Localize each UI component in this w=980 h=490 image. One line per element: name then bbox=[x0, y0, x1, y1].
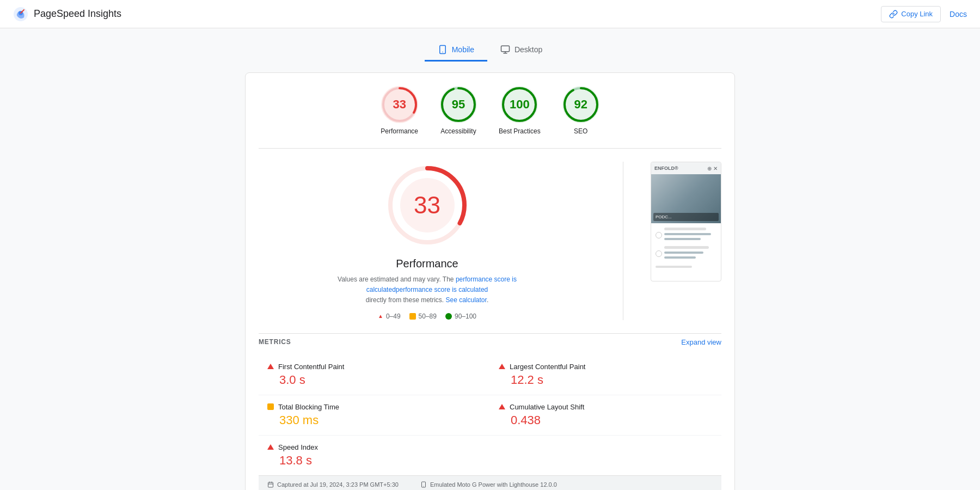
big-score-gauge: 33 bbox=[384, 162, 471, 249]
legend-orange-icon bbox=[409, 313, 416, 320]
legend-orange-range: 50–89 bbox=[419, 313, 437, 320]
screenshot-overlay-text: PODC... bbox=[653, 213, 719, 221]
app-title: PageSpeed Insights bbox=[34, 8, 121, 20]
indicator-red-lcp bbox=[499, 364, 505, 369]
legend-green: 90–100 bbox=[445, 313, 476, 320]
screenshot-line bbox=[664, 256, 696, 259]
indicator-red-cls bbox=[499, 404, 505, 409]
metric-si-value: 13.8 s bbox=[279, 454, 481, 468]
score-circle-performance: 33 bbox=[381, 86, 418, 123]
docs-link[interactable]: Docs bbox=[950, 10, 967, 19]
score-legend: ▲ 0–49 50–89 90–100 bbox=[378, 313, 476, 320]
metric-lcp-name: Largest Contentful Paint bbox=[499, 363, 713, 371]
metric-tbt: Total Blocking Time 330 ms bbox=[259, 395, 490, 436]
screenshot-footer-text bbox=[656, 266, 716, 268]
tab-desktop[interactable]: Desktop bbox=[487, 39, 555, 62]
vertical-divider bbox=[623, 162, 623, 320]
indicator-orange-tbt bbox=[267, 403, 274, 410]
screenshot-line bbox=[664, 228, 706, 230]
screenshot-text-lines1 bbox=[664, 228, 716, 243]
score-label-best-practices: Best Practices bbox=[499, 127, 541, 135]
score-value-seo: 92 bbox=[574, 97, 587, 112]
metric-tbt-value: 330 ms bbox=[279, 413, 481, 427]
enfold-label: ENFOLD® bbox=[654, 166, 705, 171]
screenshot-line bbox=[664, 233, 711, 235]
tab-mobile-label: Mobile bbox=[452, 45, 474, 54]
mobile-icon bbox=[438, 45, 448, 54]
legend-orange: 50–89 bbox=[409, 313, 437, 320]
screenshot-controls: ⊕ ✕ bbox=[707, 166, 718, 171]
metric-fcp-name: First Contentful Paint bbox=[267, 363, 481, 371]
screenshot-section1 bbox=[656, 228, 716, 243]
score-row: 33 Performance 95 Accessibility bbox=[259, 86, 721, 149]
screenshot-line bbox=[664, 238, 701, 240]
performance-description: Values are estimated and may vary. The p… bbox=[335, 274, 520, 306]
screenshot-bar: ENFOLD® ⊕ ✕ bbox=[651, 162, 721, 174]
legend-green-range: 90–100 bbox=[455, 313, 476, 320]
performance-detail: 33 Performance Values are estimated and … bbox=[259, 162, 721, 333]
screenshot-section2 bbox=[656, 246, 716, 261]
score-item-seo[interactable]: 92 SEO bbox=[562, 86, 599, 135]
score-label-accessibility: Accessibility bbox=[440, 127, 476, 135]
pagespeed-logo bbox=[13, 7, 28, 22]
perf-desc-direct: directly from these metrics. bbox=[366, 296, 446, 304]
big-score-value: 33 bbox=[414, 192, 440, 219]
metric-si-label: Speed Index bbox=[278, 443, 318, 451]
score-circle-best-practices: 100 bbox=[501, 86, 538, 123]
screenshot-img-mock: PODC... bbox=[651, 174, 721, 223]
perf-desc-text: Values are estimated and may vary. The bbox=[338, 275, 454, 283]
footer-captured: Captured at Jul 19, 2024, 3:23 PM GMT+5:… bbox=[267, 481, 399, 488]
metric-lcp-value: 12.2 s bbox=[511, 373, 713, 387]
score-card: 33 Performance 95 Accessibility bbox=[245, 72, 735, 490]
svg-point-3 bbox=[442, 52, 443, 53]
metrics-grid: First Contentful Paint 3.0 s Largest Con… bbox=[259, 355, 721, 475]
score-circle-accessibility: 95 bbox=[440, 86, 477, 123]
perf-desc-mid: performance score is calculated bbox=[396, 286, 488, 293]
legend-red: ▲ 0–49 bbox=[378, 313, 401, 320]
main-content: Mobile Desktop 33 Performan bbox=[245, 28, 735, 490]
score-value-best-practices: 100 bbox=[510, 97, 530, 112]
metric-cls: Cumulative Layout Shift 0.438 bbox=[490, 395, 721, 436]
screenshot-text-area bbox=[651, 223, 721, 275]
legend-green-icon bbox=[445, 313, 452, 320]
svg-rect-15 bbox=[268, 482, 273, 487]
legend-red-icon: ▲ bbox=[378, 313, 383, 319]
expand-view-button[interactable]: Expand view bbox=[681, 338, 721, 346]
footer-captured-text: Captured at Jul 19, 2024, 3:23 PM GMT+5:… bbox=[277, 481, 399, 488]
score-label-seo: SEO bbox=[574, 127, 587, 135]
screenshot-image: PODC... bbox=[651, 174, 721, 223]
see-calculator-link[interactable]: See calculator bbox=[445, 296, 486, 304]
tab-mobile[interactable]: Mobile bbox=[425, 39, 487, 62]
screenshot-text-lines2 bbox=[664, 246, 716, 261]
score-circle-seo: 92 bbox=[562, 86, 599, 123]
metric-fcp: First Contentful Paint 3.0 s bbox=[259, 355, 490, 395]
metric-tbt-label: Total Blocking Time bbox=[278, 403, 339, 411]
score-item-accessibility[interactable]: 95 Accessibility bbox=[440, 86, 477, 135]
indicator-red-fcp bbox=[267, 364, 274, 369]
calendar-icon bbox=[267, 481, 274, 488]
metric-fcp-label: First Contentful Paint bbox=[278, 363, 344, 371]
footer-emulated-text: Emulated Moto G Power with Lighthouse 12… bbox=[430, 481, 557, 488]
desktop-icon bbox=[500, 45, 510, 54]
metric-si: Speed Index 13.8 s bbox=[259, 436, 490, 475]
performance-main: 33 Performance Values are estimated and … bbox=[259, 162, 596, 320]
device-icon bbox=[420, 481, 427, 488]
results-footer: Captured at Jul 19, 2024, 3:23 PM GMT+5:… bbox=[259, 475, 721, 490]
score-item-best-practices[interactable]: 100 Best Practices bbox=[499, 86, 541, 135]
score-item-performance[interactable]: 33 Performance bbox=[381, 86, 418, 135]
score-value-accessibility: 95 bbox=[452, 97, 465, 112]
screenshot-line bbox=[664, 246, 709, 249]
metrics-title: METRICS bbox=[259, 338, 291, 346]
screenshot-line bbox=[664, 252, 703, 254]
copy-link-label: Copy Link bbox=[901, 10, 933, 18]
copy-link-button[interactable]: Copy Link bbox=[881, 6, 941, 22]
score-label-performance: Performance bbox=[381, 127, 418, 135]
metric-fcp-value: 3.0 s bbox=[279, 373, 481, 387]
performance-title: Performance bbox=[396, 258, 458, 270]
tab-desktop-label: Desktop bbox=[514, 45, 542, 54]
footer-col-1: Captured at Jul 19, 2024, 3:23 PM GMT+5:… bbox=[267, 481, 399, 490]
metric-cls-value: 0.438 bbox=[511, 413, 713, 427]
metric-si-name: Speed Index bbox=[267, 443, 481, 451]
metric-cls-name: Cumulative Layout Shift bbox=[499, 403, 713, 411]
indicator-red-si bbox=[267, 444, 274, 450]
